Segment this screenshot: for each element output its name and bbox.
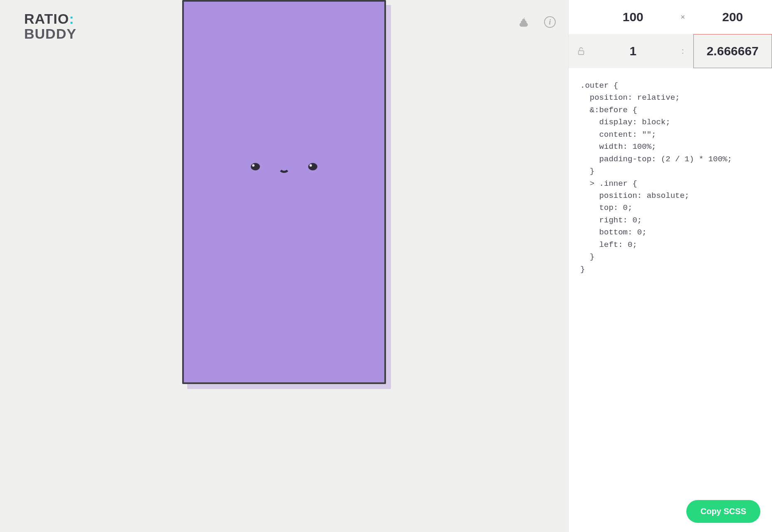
logo-line1: RATIO: <box>24 12 77 27</box>
main-canvas: RATIO: BUDDY i <box>0 0 568 532</box>
copy-scss-button[interactable]: Copy SCSS <box>686 500 760 523</box>
smile-icon <box>278 167 290 173</box>
svg-rect-0 <box>579 51 584 54</box>
spacer <box>569 0 594 34</box>
width-input[interactable] <box>594 0 673 34</box>
lock-open-icon[interactable] <box>569 34 594 68</box>
info-icon[interactable]: i <box>544 16 556 28</box>
poop-icon[interactable] <box>517 16 530 28</box>
input-grid: × : <box>569 0 772 68</box>
logo: RATIO: BUDDY <box>24 12 77 41</box>
eye-right-icon <box>308 163 317 170</box>
height-cell <box>693 0 772 34</box>
face <box>251 163 317 184</box>
toolbar: i <box>517 16 556 28</box>
side-panel: × : .outer { position: relative; &:befor… <box>568 0 772 532</box>
ratio-width-input[interactable] <box>594 34 673 68</box>
ratio-width-cell <box>594 34 673 68</box>
logo-colon: : <box>69 11 74 27</box>
height-input[interactable] <box>693 0 772 34</box>
ratio-height-cell <box>693 34 772 68</box>
times-separator: × <box>673 0 693 34</box>
colon-separator: : <box>673 34 693 68</box>
ratio-height-input[interactable] <box>694 34 772 68</box>
preview-wrap <box>182 0 386 384</box>
ratio-preview[interactable] <box>182 0 386 384</box>
width-cell <box>594 0 673 34</box>
scss-output[interactable]: .outer { position: relative; &:before { … <box>569 68 772 532</box>
logo-word-ratio: RATIO <box>24 11 69 27</box>
eye-left-icon <box>251 163 260 170</box>
logo-line2: BUDDY <box>24 27 77 42</box>
app: RATIO: BUDDY i <box>0 0 772 532</box>
